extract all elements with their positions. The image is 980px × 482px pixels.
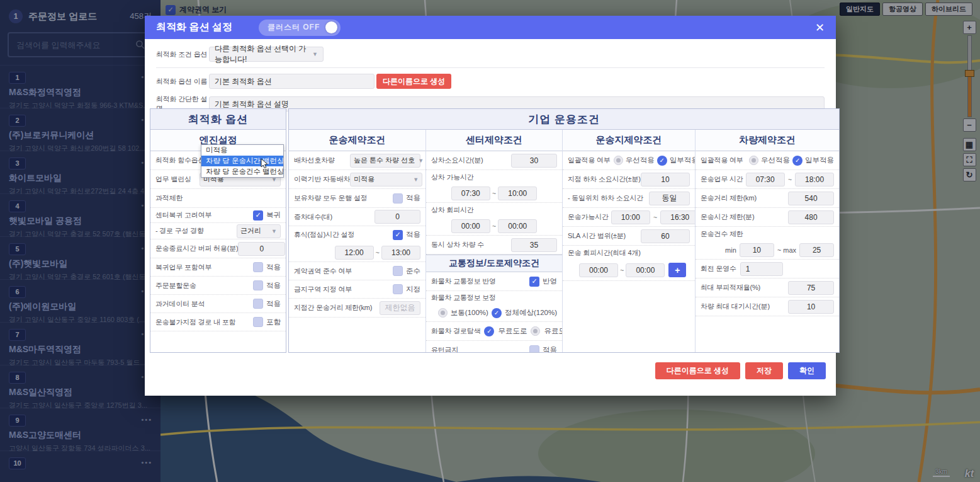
table-row: 12:00 ~ 13:00 (289, 243, 425, 262)
simultaneous-vehicles-input[interactable]: 35 (511, 238, 557, 252)
row-label: 보유차량 모두 운행 설정 (294, 193, 368, 203)
partial-apply-radio[interactable] (657, 156, 667, 166)
row-label: 일괄적용 여부 (701, 156, 743, 165)
history-dispatch-select[interactable]: 미적용 ▼ (350, 173, 422, 186)
volume-load-rate-input[interactable]: 75 (788, 281, 834, 295)
normal-traffic-radio[interactable] (438, 308, 448, 318)
app-screen: 계약권역 보기 일반지도 항공영상 하이브리드 + − ▦ ⛶ ↻ 3km kt… (0, 0, 980, 482)
radio-label: 일부적용 (805, 156, 834, 165)
tilde-separator: ~ (376, 249, 380, 256)
lunch-break-checkbox[interactable] (393, 230, 403, 240)
table-row: 주문분할운송 적용 (150, 277, 286, 295)
loading-time-input[interactable]: 30 (511, 154, 557, 168)
traffic-info-checkbox[interactable] (529, 277, 539, 287)
save-as-new-button[interactable]: 다른이름으로 생성 (655, 362, 740, 379)
dropdown-option-highlighted[interactable]: 차량 당 운송시간 밸런싱 (201, 156, 283, 166)
optimization-options-table: 최적화 옵션 엔진설정 최적화 함수옵션 운송시간 최소화 ▼ 업무 밸런싱 미… (150, 108, 286, 353)
min-count-input[interactable]: 10 (740, 243, 774, 257)
delivery-window-end-input[interactable]: 16:30 (660, 210, 695, 224)
work-time-start-input[interactable]: 07:30 (746, 173, 785, 186)
option-name-row: 최적화 옵션 이름 기본 최적화 옵션 다른이름으로 생성 (156, 74, 825, 89)
unload-time-input[interactable]: 10 (641, 173, 690, 186)
row-label: 화물차 교통정보 반영 (431, 277, 496, 286)
loading-avoid-end-input[interactable]: 00:00 (498, 219, 537, 233)
added-vehicles-input[interactable]: 0 (375, 210, 420, 224)
close-icon[interactable]: ✕ (815, 21, 825, 35)
checkbox-label: 준수 (406, 267, 420, 276)
confirm-button[interactable]: 확인 (788, 362, 826, 379)
avoid-time-end-input[interactable]: 00:00 (626, 263, 665, 277)
no-uturn-checkbox[interactable] (529, 345, 539, 353)
free-road-radio[interactable] (484, 326, 494, 336)
priority-apply-radio[interactable] (749, 156, 758, 165)
save-button[interactable]: 저장 (745, 362, 783, 379)
table-row: 최대 부피적재율(%) 75 (696, 278, 839, 297)
congestion-expected-radio[interactable] (492, 308, 502, 318)
row-label: 주문분할운송 (155, 281, 196, 290)
row-label: 과거데이터 분석 (155, 299, 205, 309)
cluster-toggle[interactable]: 클러스터 OFF (259, 20, 341, 36)
buffer-minutes-input[interactable]: 0 (238, 242, 285, 256)
table-row: 과거데이터 분석 적용 (150, 295, 286, 313)
preferred-vehicle-select[interactable]: 높은 톤수 차량 선호 ▼ (350, 154, 420, 168)
work-time-end-input[interactable]: 18:00 (795, 173, 834, 186)
table-row: 운송업무 시간 07:30 ~ 18:00 (696, 170, 839, 189)
table-row: 07:30 ~ 10:00 (426, 184, 562, 203)
same-location-button[interactable]: 동일 (649, 192, 690, 205)
time-limit-input[interactable]: 480 (788, 210, 834, 224)
checkbox-label: 적용 (543, 345, 557, 352)
center-return-checkbox[interactable] (253, 210, 263, 221)
condition-columns: 운송제약조건 배차선호차량 높은 톤수 차량 선호 ▼ 이력기반 자동배차 미적… (289, 130, 839, 352)
max-wait-time-input[interactable]: 10 (788, 300, 834, 314)
lunch-end-input[interactable]: 13:00 (381, 246, 420, 260)
order-split-checkbox[interactable] (253, 280, 263, 290)
return-work-checkbox[interactable] (253, 262, 263, 272)
impossible-point-checkbox[interactable] (253, 317, 263, 327)
row-label: 최적화 함수옵션 (155, 156, 205, 165)
loading-window-start-input[interactable]: 07:30 (451, 186, 490, 200)
chevron-down-icon: ▼ (418, 158, 424, 164)
history-analysis-checkbox[interactable] (253, 299, 263, 309)
sla-range-input[interactable]: 60 (641, 229, 690, 243)
condition-select[interactable]: 다른 최적화 옵션 선택이 가능합니다! ▼ (209, 47, 324, 62)
option-name-input[interactable]: 기본 최적화 옵션 (209, 74, 375, 89)
row-label: 유턴금지 (431, 345, 458, 352)
row-label: 센터복귀 고려여부 (155, 210, 211, 220)
contract-zone-checkbox[interactable] (393, 266, 403, 276)
table-row: 운송불가지점 경로 내 포함 포함 (150, 313, 286, 331)
avoid-time-start-input[interactable]: 00:00 (579, 263, 618, 277)
partial-apply-radio[interactable] (792, 156, 803, 166)
checkbox-label: 적용 (266, 263, 281, 272)
priority-apply-radio[interactable] (614, 156, 623, 165)
dropdown-option[interactable]: 미적용 (201, 145, 283, 156)
tilde-separator: ~ (788, 176, 792, 183)
max-count-input[interactable]: 25 (799, 243, 834, 257)
dropdown-option[interactable]: 차량 당 운송건수 밸런싱 (201, 166, 283, 177)
table-row: 과적제한 (150, 189, 286, 208)
distance-limit-input[interactable]: 540 (788, 192, 834, 205)
forbidden-zone-checkbox[interactable] (393, 284, 403, 294)
lunch-start-input[interactable]: 12:00 (335, 246, 374, 260)
left-table-header: 최적화 옵션 (150, 109, 286, 130)
loading-window-end-input[interactable]: 10:00 (498, 186, 537, 200)
transport-header: 운송제약조건 (289, 130, 425, 151)
loading-avoid-start-input[interactable]: 00:00 (451, 219, 490, 233)
radio-label: 보통(100%) (451, 308, 488, 318)
table-row: 상차 가능시간 (426, 170, 562, 184)
row-label: 운송종료시간 버퍼 허용(분) (155, 244, 238, 253)
toll-road-radio[interactable] (531, 326, 540, 336)
delivery-window-start-input[interactable]: 10:00 (611, 210, 650, 224)
toggle-knob-icon (325, 21, 337, 33)
rotation-count-input[interactable]: 1 (740, 262, 783, 276)
distance-limit-input[interactable]: 제한없음 (380, 301, 420, 315)
route-preference-select[interactable]: 근거리 ▼ (237, 224, 281, 238)
table-row: 센터복귀 고려여부 복귀 (150, 208, 286, 223)
row-label: - 경로 구성 경향 (155, 226, 204, 236)
row-label: 회전 운영수 (701, 264, 736, 273)
row-label: 이력기반 자동배차 (294, 175, 350, 184)
tilde-separator: ~ (653, 214, 657, 221)
create-as-new-button[interactable]: 다른이름으로 생성 (376, 74, 451, 89)
add-avoid-time-button[interactable]: + (668, 263, 686, 277)
row-label: 지점간 운송거리 제한(km) (294, 303, 372, 313)
all-vehicles-checkbox[interactable] (393, 193, 403, 204)
